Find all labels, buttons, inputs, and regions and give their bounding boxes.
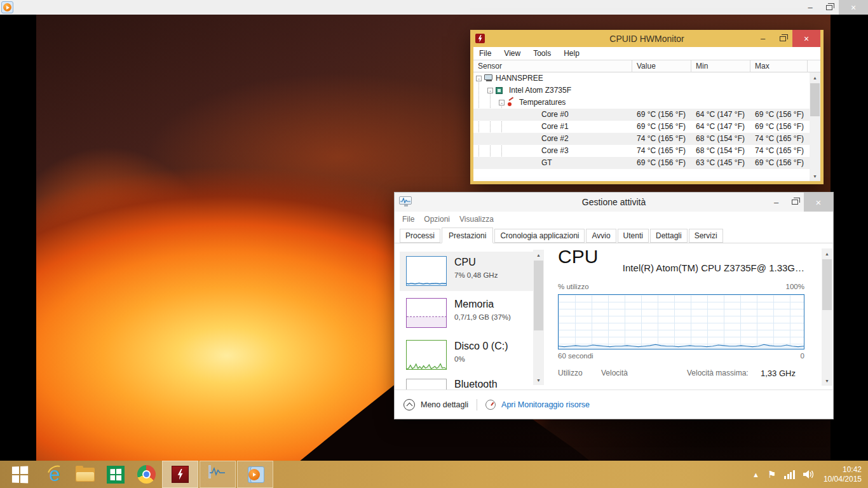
collapse-icon[interactable]: - <box>487 88 493 93</box>
sidebar-item-bluetooth[interactable]: Bluetooth <box>400 377 533 390</box>
tab-dettagli[interactable]: Dettagli <box>650 229 688 243</box>
sidebar-item-cpu[interactable]: CPU 7% 0,48 GHz <box>400 252 533 291</box>
play-icon <box>6 6 10 10</box>
media-player-app-icon[interactable] <box>1 1 13 13</box>
tab-avvio[interactable]: Avvio <box>586 229 616 243</box>
axis-label-utilizzo: % utilizzo <box>558 283 589 290</box>
scrollbar-thumb[interactable] <box>822 259 832 310</box>
axis-label-100: 100% <box>786 283 804 290</box>
sensor-row-core2[interactable]: Core #2 74 °C (165 °F) 68 °C (154 °F) 74… <box>473 133 810 145</box>
chrome-icon <box>137 465 156 484</box>
cpu-usage-chart[interactable] <box>558 294 804 349</box>
sensor-row-core3[interactable]: Core #3 74 °C (165 °F) 68 °C (154 °F) 74… <box>473 145 810 157</box>
clock-date: 10/04/2015 <box>824 475 862 484</box>
taskbar-item-hwmonitor[interactable] <box>162 461 198 488</box>
tab-utenti[interactable]: Utenti <box>618 229 649 243</box>
tab-servizi[interactable]: Servizi <box>689 229 723 243</box>
media-player-minimize-button[interactable]: – <box>801 0 820 15</box>
action-center-flag-icon[interactable]: ⚑ <box>768 469 776 480</box>
taskbar-clock[interactable]: 10:42 10/04/2015 <box>824 465 862 484</box>
menu-help[interactable]: Help <box>564 49 580 58</box>
stat-velocita-label: Velocità <box>601 369 628 377</box>
scrollbar-thumb[interactable] <box>810 83 820 116</box>
cpu-model: Intel(R) Atom(TM) CPU Z3735F@ 1.33G… <box>623 262 804 273</box>
taskbar-item-chrome[interactable] <box>131 461 161 488</box>
bluetooth-mini-chart <box>406 379 447 390</box>
column-max[interactable]: Max <box>750 60 808 72</box>
cpu-detail-panel: CPU Intel(R) Atom(TM) CPU Z3735F@ 1.33G…… <box>557 243 806 390</box>
tab-processi[interactable]: Processi <box>400 229 440 243</box>
menu-tools[interactable]: Tools <box>533 49 551 58</box>
scroll-down-icon[interactable]: ▼ <box>822 376 832 386</box>
performance-pane: CPU 7% 0,48 GHz Memoria 0,7/1,9 GB (37%)… <box>395 243 833 390</box>
column-min[interactable]: Min <box>691 60 750 72</box>
cpu-chip-icon <box>496 87 503 94</box>
tree-node-cpu[interactable]: - Intel Atom Z3735F <box>473 85 810 97</box>
clock-time: 10:42 <box>824 465 862 475</box>
tree-node-temperatures[interactable]: - Temperatures <box>473 97 810 109</box>
open-resource-monitor-link[interactable]: Apri Monitoraggio risorse <box>501 400 590 409</box>
menu-view[interactable]: View <box>504 49 520 58</box>
task-manager-tabstrip: Processi Prestazioni Cronologia applicaz… <box>395 226 833 243</box>
scroll-down-icon[interactable]: ▼ <box>533 375 544 385</box>
start-button[interactable] <box>0 461 39 488</box>
task-manager-minimize-button[interactable]: – <box>767 193 785 212</box>
cpu-heading: CPU <box>558 246 598 268</box>
main-scrollbar[interactable]: ▲ ▼ <box>822 248 832 386</box>
tree-node-computer[interactable]: - HANNSPREE <box>473 72 810 85</box>
sidebar-scrollbar[interactable]: ▲ ▼ <box>533 250 544 385</box>
task-manager-menubar: File Opzioni Visualizza <box>395 212 833 226</box>
tab-cronologia-applicazioni[interactable]: Cronologia applicazioni <box>494 229 585 243</box>
media-player-close-button[interactable]: × <box>839 0 868 15</box>
memory-mini-chart <box>406 298 447 328</box>
scroll-up-icon[interactable]: ▲ <box>533 250 544 260</box>
taskbar-item-file-explorer[interactable] <box>70 461 100 488</box>
desktop: – × CPUID HWMonitor – × File View Tools … <box>0 0 868 488</box>
collapse-icon[interactable]: - <box>476 76 482 81</box>
show-hidden-icons-button[interactable]: ▲ <box>752 471 759 478</box>
task-manager-maximize-button[interactable] <box>785 193 804 212</box>
scroll-up-icon[interactable]: ▲ <box>822 248 832 259</box>
tab-prestazioni[interactable]: Prestazioni <box>442 227 493 243</box>
sensor-row-core1[interactable]: Core #1 69 °C (156 °F) 64 °C (147 °F) 69… <box>473 121 810 133</box>
menu-file[interactable]: File <box>479 49 491 58</box>
column-value[interactable]: Value <box>632 60 691 72</box>
folder-icon <box>76 468 95 482</box>
task-manager-close-button[interactable]: × <box>804 193 833 212</box>
taskbar-item-internet-explorer[interactable]: e <box>39 461 70 488</box>
sidebar-item-disco[interactable]: Disco 0 (C:) 0% <box>400 336 533 375</box>
hwmonitor-scrollbar[interactable]: ▲ ▼ <box>810 72 820 181</box>
volume-icon[interactable] <box>803 470 815 479</box>
task-manager-titlebar[interactable]: Gestione attività – × <box>395 193 833 212</box>
cpu-mini-chart <box>406 256 447 286</box>
menu-file[interactable]: File <box>402 215 414 224</box>
thermometer-icon <box>508 99 515 107</box>
scrollbar-thumb[interactable] <box>534 261 543 330</box>
less-details-button[interactable]: Meno dettagli <box>421 400 468 409</box>
sensor-row-core0[interactable]: Core #0 69 °C (156 °F) 64 °C (147 °F) 69… <box>473 109 810 121</box>
column-sensor[interactable]: Sensor <box>473 60 632 72</box>
taskbar-item-windows-store[interactable] <box>100 461 131 488</box>
network-signal-icon[interactable] <box>784 470 795 479</box>
hwmonitor-titlebar[interactable]: CPUID HWMonitor – × <box>473 30 820 47</box>
collapse-icon[interactable]: - <box>499 100 505 105</box>
hwmonitor-close-button[interactable]: × <box>792 30 820 47</box>
menu-visualizza[interactable]: Visualizza <box>459 215 494 224</box>
windows-logo-icon <box>12 466 28 483</box>
sensor-row-gt[interactable]: GT 69 °C (156 °F) 63 °C (145 °F) 69 °C (… <box>473 157 810 169</box>
hwmonitor-minimize-button[interactable]: – <box>753 30 773 47</box>
maximize-icon <box>792 200 798 205</box>
sidebar-item-memoria[interactable]: Memoria 0,7/1,9 GB (37%) <box>400 294 533 333</box>
media-player-icon <box>246 466 265 484</box>
task-manager-icon <box>208 466 227 483</box>
taskbar-item-task-manager[interactable] <box>200 461 236 488</box>
scroll-down-icon[interactable]: ▼ <box>810 171 820 181</box>
scroll-up-icon[interactable]: ▲ <box>810 72 820 83</box>
media-player-restore-button[interactable] <box>820 0 839 15</box>
hwmonitor-maximize-button[interactable] <box>773 30 792 47</box>
stat-velocita-massima-value: 1,33 GHz <box>761 369 796 378</box>
taskbar-item-media-player[interactable] <box>237 461 273 488</box>
system-tray: ▲ ⚑ 10:42 10/04/2015 <box>752 461 868 488</box>
menu-opzioni[interactable]: Opzioni <box>424 215 450 224</box>
computer-icon <box>484 74 493 82</box>
